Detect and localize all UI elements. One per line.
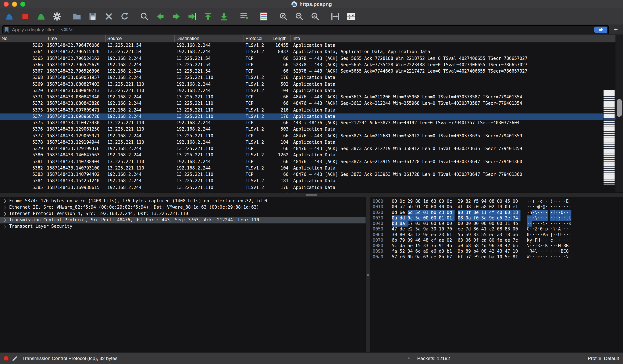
hex-byte[interactable]: 94 (481, 199, 489, 204)
scrollbar-thumb[interactable] (617, 99, 622, 117)
capture-comment-pencil-icon[interactable] (12, 355, 18, 361)
hex-byte[interactable]: a0 (458, 243, 466, 249)
ascii-char[interactable]: · (556, 215, 558, 221)
first-packet-button[interactable] (201, 10, 215, 23)
hex-byte[interactable]: 42 (489, 249, 497, 254)
ascii-char[interactable]: \ (535, 215, 537, 221)
ascii-char[interactable]: · (530, 199, 532, 204)
ascii-char[interactable]: 0 (540, 227, 542, 232)
hex-byte[interactable]: 00 (423, 215, 431, 221)
hex-byte[interactable]: e9 (473, 254, 481, 260)
column-header-info[interactable]: Info (291, 35, 623, 42)
packet-row-5372[interactable]: 53721587148433.080843828192.168.2.24413.… (0, 101, 623, 107)
hex-byte[interactable]: 02 (447, 238, 455, 243)
ascii-char[interactable]: · (556, 221, 558, 226)
capture-options-button[interactable] (50, 10, 64, 23)
column-header-destination[interactable]: Destination (175, 35, 244, 42)
ascii-char[interactable]: · (553, 221, 556, 226)
ascii-char[interactable]: t (569, 215, 571, 221)
ascii-char[interactable]: i (543, 221, 545, 226)
ascii-char[interactable]: · (563, 221, 566, 226)
hex-byte[interactable]: 8a (400, 221, 407, 226)
hex-byte[interactable]: 08 (481, 249, 489, 254)
hex-byte[interactable]: 88 (415, 199, 423, 204)
hex-byte[interactable]: 5c (415, 210, 423, 215)
ascii-char[interactable]: 4 (532, 249, 535, 254)
ascii-char[interactable]: · (566, 204, 569, 210)
minimize-window-button[interactable] (12, 1, 17, 7)
hex-byte[interactable]: ce (431, 254, 439, 260)
packet-row-5366[interactable]: 53661587148432.796525679192.168.2.24413.… (0, 62, 623, 68)
hex-byte[interactable]: 91 (439, 243, 447, 249)
hex-byte[interactable]: 96 (489, 243, 497, 249)
ascii-char[interactable]: C (563, 249, 566, 254)
hex-byte[interactable]: d8 (466, 204, 473, 210)
hex-byte[interactable]: 10 (512, 249, 520, 254)
filter-bookmark-icon[interactable] (4, 26, 9, 33)
ascii-char[interactable]: · (537, 249, 540, 254)
ascii-char[interactable]: 3 (537, 243, 540, 249)
ascii-char[interactable]: : (558, 215, 561, 221)
ascii-char[interactable]: · (556, 232, 558, 238)
hex-byte[interactable]: 00 (497, 199, 505, 204)
hex-byte[interactable]: d0 (439, 249, 447, 254)
ascii-char[interactable]: M (558, 243, 561, 249)
capture-start-button[interactable] (2, 10, 16, 23)
close-window-button[interactable] (4, 1, 9, 7)
ascii-char[interactable]: · (527, 210, 529, 215)
hex-byte[interactable]: 08 (458, 215, 466, 221)
hex-byte[interactable]: 6c (415, 249, 423, 254)
auto-scroll-button[interactable] (237, 10, 250, 23)
hex-byte[interactable]: ae (407, 243, 415, 249)
ascii-char[interactable]: · (540, 238, 542, 243)
ascii-char[interactable]: y (530, 238, 532, 243)
hex-byte[interactable]: 86 (473, 227, 481, 232)
packet-row-5383[interactable]: 53831587148433.140794402192.168.2.24413.… (0, 171, 623, 178)
previous-packet-button[interactable] (154, 10, 167, 23)
ascii-char[interactable]: O (561, 210, 563, 215)
packet-row-5364[interactable]: 53641587148432.79651542013.225.221.54192… (0, 49, 623, 55)
hex-byte[interactable]: f0 (473, 215, 481, 221)
hex-byte[interactable]: 5b (458, 232, 466, 238)
hex-byte[interactable]: 29 (407, 199, 415, 204)
hex-byte[interactable]: 7c (512, 238, 520, 243)
ascii-char[interactable]: · (532, 204, 535, 210)
ascii-char[interactable]: · (532, 243, 535, 249)
close-file-button[interactable] (102, 10, 115, 23)
ascii-char[interactable]: · (563, 254, 566, 260)
detail-row[interactable]: Ethernet II, Src: VMware_82:f5:94 (00:0c… (0, 204, 366, 211)
ascii-char[interactable]: · (537, 232, 540, 238)
ascii-char[interactable]: · (540, 204, 542, 210)
hex-byte[interactable]: 23 (439, 232, 447, 238)
ascii-char[interactable]: a (545, 232, 548, 238)
ascii-char[interactable]: R (530, 249, 532, 254)
ascii-char[interactable]: · (532, 254, 535, 260)
hex-byte[interactable]: ec (489, 232, 497, 238)
hex-byte[interactable]: 5a (415, 227, 423, 232)
hex-byte[interactable]: 43 (497, 249, 505, 254)
hex-byte[interactable]: 02 (489, 204, 497, 210)
ascii-char[interactable]: · (556, 204, 558, 210)
ascii-char[interactable]: H (537, 238, 540, 243)
hex-byte[interactable]: 12 (415, 232, 423, 238)
column-numbers-button[interactable]: 123 (344, 10, 358, 23)
ascii-char[interactable]: · (556, 210, 558, 215)
hex-byte[interactable]: 57 (392, 254, 400, 260)
hex-byte[interactable]: 5c (415, 215, 423, 221)
capture-restart-button[interactable] (34, 10, 48, 23)
packet-row-5379[interactable]: 53791587148433.129199376192.168.2.24413.… (0, 146, 623, 152)
hex-byte[interactable]: 17 (407, 221, 415, 226)
hex-byte[interactable]: 00 (431, 221, 439, 226)
ascii-char[interactable]: · (532, 227, 535, 232)
ascii-char[interactable]: · (553, 254, 556, 260)
hex-row[interactable]: 00300add0c5c00000101080af03a9ee52e74···\… (373, 215, 623, 221)
ascii-char[interactable]: · (569, 249, 571, 254)
packet-row-5365[interactable]: 53651587148432.796524162192.168.2.24413.… (0, 56, 623, 62)
hex-byte[interactable]: b5 (512, 243, 520, 249)
hex-byte[interactable]: a8 (481, 204, 489, 210)
hex-byte[interactable]: 03 (415, 221, 423, 226)
hex-byte[interactable]: 70 (447, 227, 455, 232)
ascii-char[interactable]: · (569, 232, 571, 238)
ascii-char[interactable]: · (530, 254, 532, 260)
ascii-char[interactable]: · (561, 232, 563, 238)
